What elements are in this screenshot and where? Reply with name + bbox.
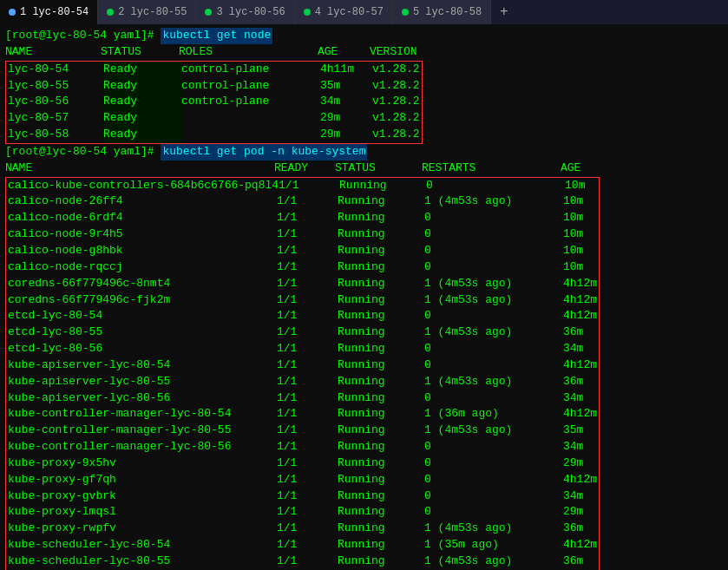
pod-name: kube-proxy-gvbrk — [8, 488, 277, 505]
pod-restarts: 1 (4m53s ago) — [424, 554, 563, 570]
terminal-line: NAMEREADYSTATUSRESTARTSAGE — [5, 161, 723, 177]
prompt2: [root@lyc-80-54 yaml]# — [5, 144, 161, 161]
pod-ready: 1/1 — [277, 406, 338, 423]
tab-label-5: 5 lyc-80-58 — [413, 6, 482, 18]
pod-restarts: 0 — [424, 357, 563, 374]
prompt: [root@lyc-80-54 yaml]# — [5, 28, 161, 44]
pod-name: calico-node-9r4h5 — [8, 226, 277, 243]
pod-ready: 1/1 — [277, 439, 338, 455]
tab-2[interactable]: 2 lyc-80-55 — [98, 0, 196, 24]
pod-row: kube-proxy-gvbrk1/1Running034m — [8, 488, 597, 505]
terminal-content: [root@lyc-80-54 yaml]# kubectl get nodeN… — [0, 24, 728, 570]
pod-ready: 1/1 — [277, 324, 338, 341]
node-name: lyc-80-58 — [8, 127, 103, 143]
pod-row: calico-node-rqccj1/1Running010m — [8, 259, 597, 276]
pod-row: etcd-lyc-80-561/1Running034m — [8, 341, 597, 357]
pod-age: 4h12m — [563, 406, 597, 423]
tab-dot-5 — [402, 9, 409, 16]
pod-ready: 1/1 — [277, 226, 338, 243]
node-row: lyc-80-55Readycontrol-plane35mv1.28.2 — [8, 78, 420, 95]
pod-row: kube-proxy-9x5hv1/1Running029m — [8, 455, 597, 472]
pod-restarts: 1 (4m53s ago) — [424, 521, 563, 537]
pod-age: 29m — [563, 455, 583, 472]
pod-restarts: 1 (4m53s ago) — [424, 423, 563, 439]
pod-restarts: 0 — [426, 178, 565, 194]
pod-row: kube-proxy-lmqsl1/1Running029m — [8, 504, 597, 521]
pod-ready: 1/1 — [277, 193, 338, 210]
pod-name: calico-kube-controllers-684b6c6766-pq8l4 — [8, 178, 279, 194]
pod-status: Running — [338, 472, 424, 488]
node-version: v1.28.2 — [372, 127, 420, 143]
pod-name: kube-controller-manager-lyc-80-54 — [8, 406, 277, 423]
pod-age: 10m — [563, 243, 583, 259]
pod-status: Running — [338, 439, 424, 455]
pod-ready: 1/1 — [277, 357, 338, 374]
pod-ready: 1/1 — [277, 374, 338, 390]
node-age: 34m — [320, 94, 372, 110]
pod-row: kube-scheduler-lyc-80-551/1Running1 (4m5… — [8, 554, 597, 570]
node-version: v1.28.2 — [372, 62, 420, 78]
pod-status: Running — [338, 455, 424, 472]
pod-ready: 1/1 — [277, 472, 338, 488]
pod-ready: 1/1 — [277, 243, 338, 259]
pod-restarts: 0 — [424, 210, 563, 226]
pod-age: 36m — [563, 521, 583, 537]
tab-dot-2 — [107, 9, 114, 16]
tab-4[interactable]: 4 lyc-80-57 — [295, 0, 393, 24]
pod-row: kube-scheduler-lyc-80-541/1Running1 (35m… — [8, 537, 597, 554]
pod-ready: 1/1 — [279, 178, 339, 194]
pod-status: Running — [338, 308, 424, 324]
node-row: lyc-80-54Readycontrol-plane4h11mv1.28.2 — [8, 62, 420, 78]
node-version: v1.28.2 — [372, 78, 420, 95]
pod-restarts: 0 — [424, 259, 563, 276]
tab-label-2: 2 lyc-80-55 — [118, 6, 187, 18]
command-get-pod: kubectl get pod -n kube-system — [161, 144, 367, 161]
tab-dot-3 — [205, 9, 212, 16]
pod-restarts: 1 (4m53s ago) — [424, 374, 563, 390]
pod-name: kube-proxy-rwpfv — [8, 521, 277, 537]
pod-name: kube-apiserver-lyc-80-54 — [8, 357, 277, 374]
pod-name: calico-node-g8hbk — [8, 243, 277, 259]
pod-row: etcd-lyc-80-551/1Running1 (4m53s ago)36m — [8, 324, 597, 341]
pod-name: kube-proxy-lmqsl — [8, 504, 277, 521]
pod-restarts: 1 (4m53s ago) — [424, 276, 563, 292]
pod-age: 36m — [563, 554, 583, 570]
tab-3[interactable]: 3 lyc-80-56 — [196, 0, 294, 24]
pod-name: kube-proxy-9x5hv — [8, 455, 277, 472]
pod-row: etcd-lyc-80-541/1Running04h12m — [8, 308, 597, 324]
node-row: lyc-80-58Ready29mv1.28.2 — [8, 127, 420, 143]
pod-ready: 1/1 — [277, 276, 338, 292]
node-status: Ready — [103, 94, 181, 110]
pod-name: kube-scheduler-lyc-80-55 — [8, 554, 277, 570]
node-name: lyc-80-56 — [8, 94, 103, 110]
tab-label-1: 1 lyc-80-54 — [20, 6, 89, 18]
node-status: Ready — [103, 62, 181, 78]
terminal-line: [root@lyc-80-54 yaml]# kubectl get pod -… — [5, 144, 723, 161]
pod-ready: 1/1 — [277, 423, 338, 439]
node-row: lyc-80-57Ready29mv1.28.2 — [8, 110, 420, 127]
node-version: v1.28.2 — [372, 110, 420, 127]
tab-5[interactable]: 5 lyc-80-58 — [393, 0, 491, 24]
node-status: Ready — [103, 127, 181, 143]
pod-status: Running — [338, 423, 424, 439]
pod-age: 4h12m — [563, 537, 597, 554]
pod-row: kube-controller-manager-lyc-80-561/1Runn… — [8, 439, 597, 455]
pod-status: Running — [338, 374, 424, 390]
node-roles: control-plane — [181, 62, 320, 78]
node-row: lyc-80-56Readycontrol-plane34mv1.28.2 — [8, 94, 420, 110]
node-roles — [181, 127, 320, 143]
pod-row: calico-node-g8hbk1/1Running010m — [8, 243, 597, 259]
pod-ready: 1/1 — [277, 292, 338, 309]
tab-add-button[interactable]: + — [491, 0, 517, 24]
pod-status: Running — [338, 276, 424, 292]
pod-name: kube-proxy-gf7qh — [8, 472, 277, 488]
pod-ready: 1/1 — [277, 521, 338, 537]
pod-row: kube-apiserver-lyc-80-551/1Running1 (4m5… — [8, 374, 597, 390]
pod-age: 35m — [563, 423, 583, 439]
pod-ready: 1/1 — [277, 259, 338, 276]
tab-1[interactable]: 1 lyc-80-54 — [0, 0, 98, 24]
pod-table-box: calico-kube-controllers-684b6c6766-pq8l4… — [5, 177, 600, 570]
terminal-window: 1 lyc-80-542 lyc-80-553 lyc-80-564 lyc-8… — [0, 0, 728, 570]
pod-name: etcd-lyc-80-55 — [8, 324, 277, 341]
terminal-line: NAMESTATUSROLESAGEVERSION — [5, 44, 723, 61]
